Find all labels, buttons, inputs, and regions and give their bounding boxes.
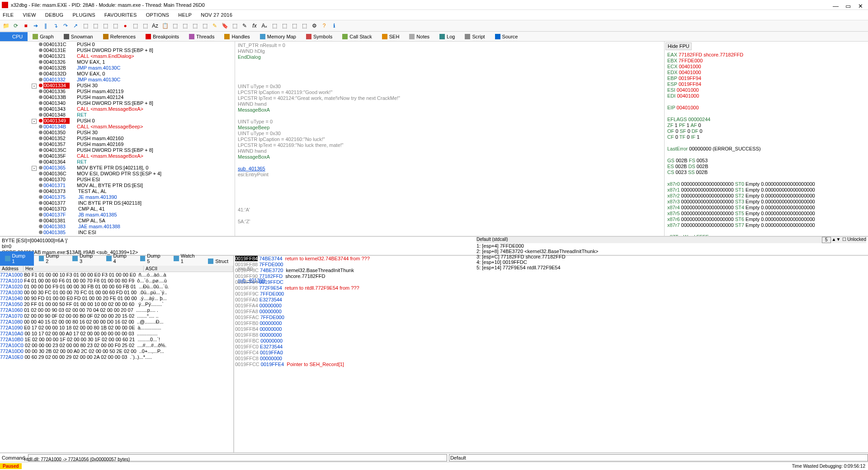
toolbar-icon[interactable]: ✎ bbox=[211, 22, 219, 30]
restart-icon[interactable]: ⟳ bbox=[12, 22, 20, 30]
toolbar-icon[interactable]: ✎ bbox=[241, 22, 249, 30]
menu-nov-27-2016[interactable]: NOV 27 2016 bbox=[201, 12, 232, 18]
stack-row[interactable]: 0019FFC0 E3273544 bbox=[235, 344, 868, 350]
disasm-row[interactable]: 00401383 JAE masm.401388 bbox=[0, 224, 235, 230]
disasm-row[interactable]: 0040137F JB masm.401385 bbox=[0, 212, 235, 218]
tab-cpu[interactable]: CPU bbox=[0, 32, 28, 41]
dump-row[interactable]: 772A1070 02 00 00 90 0F 02 00 00 B0 0F 0… bbox=[0, 313, 233, 319]
col-address[interactable]: Address bbox=[0, 266, 24, 272]
stack-row[interactable]: 0019FFB4 00000000 bbox=[235, 326, 868, 332]
toolbar-icon[interactable]: ● bbox=[121, 22, 129, 30]
stack-row[interactable]: 0019FF94 0019FFDC bbox=[235, 279, 868, 285]
dump-row[interactable]: 772A10D0 00 00 30 2B 02 00 00 A0 2C 02 0… bbox=[0, 348, 233, 354]
stack-row[interactable]: 0019FFBC 00000000 bbox=[235, 338, 868, 344]
disasm-row[interactable]: 00401381 CMP AL, 5A bbox=[0, 218, 235, 224]
disasm-row[interactable]: 0040131E PUSH DWORD PTR SS:[EBP + 8] bbox=[0, 47, 235, 53]
disasm-row[interactable]: 0040131C PUSH 0 bbox=[0, 42, 235, 47]
close-button[interactable]: ✕ bbox=[858, 3, 863, 7]
dump-row[interactable]: 772A1010 F4 01 00 00 60 F6 01 00 00 70 F… bbox=[0, 278, 233, 284]
stop-icon[interactable]: ■ bbox=[22, 22, 30, 30]
info-icon[interactable]: ℹ bbox=[330, 22, 338, 30]
disassembly-view[interactable]: 0040131C PUSH 00040131E PUSH DWORD PTR S… bbox=[0, 42, 235, 236]
stack-row[interactable]: 0019FF9C 7FFDE000 bbox=[235, 291, 868, 297]
run-icon[interactable]: ➔ bbox=[32, 22, 40, 30]
fx-icon[interactable]: fx bbox=[250, 22, 259, 30]
disasm-row[interactable]: 0040135C PUSH DWORD PTR SS:[EBP + 8] bbox=[0, 147, 235, 153]
menu-favourites[interactable]: FAVOURITES bbox=[104, 12, 137, 18]
stack-row[interactable]: 0019FFC8 00000000 bbox=[235, 356, 868, 362]
stack-row[interactable]: 0019FFCC 0019FFE4 Pointer to SEH_Record[… bbox=[235, 362, 868, 367]
stack-row[interactable]: 0019FFB8 00000000 bbox=[235, 332, 868, 338]
settings-icon[interactable]: ⚙ bbox=[310, 22, 318, 30]
hide-fpu-button[interactable]: Hide FPU bbox=[665, 42, 692, 50]
stack-row[interactable]: 0019FF8C 74BE3720 kernel32.BaseThreadIni… bbox=[235, 268, 868, 273]
calling-convention[interactable]: Default (stdcall) bbox=[476, 237, 822, 243]
toolbar-icon[interactable]: ⬚ bbox=[280, 22, 288, 30]
toolbar-icon[interactable]: ⬚ bbox=[191, 22, 199, 30]
toolbar-icon[interactable]: ⬚ bbox=[231, 22, 239, 30]
stack-row[interactable]: 0019FF84 74BE3744 return to kernel32.74B… bbox=[235, 256, 868, 262]
tab-snowman[interactable]: Snowman bbox=[59, 32, 98, 41]
tab-handles[interactable]: Handles bbox=[219, 32, 255, 41]
tab-script[interactable]: Script bbox=[460, 32, 490, 41]
stack-row[interactable]: 0019FF90 77182FFD shcore.77182FFD bbox=[235, 273, 868, 279]
disasm-row[interactable]: 00401348 RET bbox=[0, 112, 235, 118]
toolbar-icon[interactable]: ⬚ bbox=[111, 22, 119, 30]
dump-row[interactable]: 772A1020 01 00 00 D0 F9 01 00 00 30 FB 0… bbox=[0, 284, 233, 290]
stack-row[interactable]: 0019FF98 772F9E54 return to ntdll.772F9E… bbox=[235, 285, 868, 291]
pause-icon[interactable]: ‖ bbox=[42, 22, 50, 30]
tab-graph[interactable]: Graph bbox=[28, 32, 59, 41]
menu-plugins[interactable]: PLUGINS bbox=[72, 12, 95, 18]
menu-view[interactable]: VIEW bbox=[23, 12, 36, 18]
dump-row[interactable]: 772A1040 00 90 FD 01 00 00 E0 FD 01 00 0… bbox=[0, 296, 233, 301]
toolbar-icon[interactable]: Aₓ bbox=[260, 22, 269, 30]
tab-log[interactable]: Log bbox=[434, 32, 460, 41]
disasm-row[interactable]: 00401377 INC BYTE PTR DS:[402118] bbox=[0, 200, 235, 206]
dump-row[interactable]: 772A1080 00 00 40 15 02 00 00 80 16 02 0… bbox=[0, 319, 233, 325]
tab-breakpoints[interactable]: Breakpoints bbox=[141, 32, 184, 41]
disasm-row[interactable]: -00401349 PUSH 0 bbox=[0, 118, 235, 124]
dump-row[interactable]: 772A10A0 00 10 17 02 00 00 A0 17 02 00 0… bbox=[0, 331, 233, 337]
dump-tab-4[interactable]: Dump 5 bbox=[135, 251, 169, 266]
disasm-row[interactable]: 00401336 PUSH masm.402119 bbox=[0, 89, 235, 94]
disasm-row[interactable]: -00401365 MOV BYTE PTR DS:[402118], 0 bbox=[0, 165, 235, 171]
stepout-icon[interactable]: ↗ bbox=[71, 22, 80, 30]
disasm-row[interactable]: 00401321 CALL <masm.EndDialog> bbox=[0, 53, 235, 59]
toolbar-icon[interactable]: 📋 bbox=[161, 22, 169, 30]
stack-row[interactable]: 0019FFA8 00000000 bbox=[235, 309, 868, 315]
disasm-row[interactable]: 00401364 RET bbox=[0, 159, 235, 165]
dump-tab-5[interactable]: Watch 1 bbox=[169, 251, 203, 266]
tab-call-stack[interactable]: Call Stack bbox=[337, 32, 377, 41]
toolbar-icon[interactable]: ⬚ bbox=[171, 22, 179, 30]
stepover-icon[interactable]: ↷ bbox=[61, 22, 70, 30]
arg-count[interactable]: 5 bbox=[822, 237, 831, 243]
tab-symbols[interactable]: Symbols bbox=[301, 32, 337, 41]
stepinto-icon[interactable]: ↴ bbox=[52, 22, 60, 30]
toolbar-icon[interactable]: ⬚ bbox=[270, 22, 278, 30]
toolbar-icon[interactable]: ⬚ bbox=[81, 22, 90, 30]
disasm-row[interactable]: 00401386 JMP masm.401371 bbox=[0, 235, 235, 236]
disasm-row[interactable]: -00401334 PUSH 30 bbox=[0, 83, 235, 89]
disasm-row[interactable]: 0040132B JMP masm.40130C bbox=[0, 65, 235, 71]
toolbar-icon[interactable]: ⬚ bbox=[141, 22, 149, 30]
stack-row[interactable]: 0019FFB0 00000000 bbox=[235, 320, 868, 326]
tab-source[interactable]: Source bbox=[490, 32, 523, 41]
dump-body[interactable]: 772A1000 B0 F1 01 00 00 10 F3 01 00 00 E… bbox=[0, 272, 233, 452]
disasm-row[interactable]: 00401332 JMP masm.40130C bbox=[0, 77, 235, 83]
dump-row[interactable]: 772A1000 B0 F1 01 00 00 10 F3 01 00 00 E… bbox=[0, 272, 233, 278]
menu-options[interactable]: OPTIONS bbox=[146, 12, 170, 18]
toolbar-icon[interactable]: Az bbox=[151, 22, 159, 30]
dump-tab-0[interactable]: Dump 1 bbox=[0, 251, 34, 266]
menu-debug[interactable]: DEBUG bbox=[45, 12, 64, 18]
tab-threads[interactable]: Threads bbox=[184, 32, 219, 41]
folder-icon[interactable]: 📁 bbox=[2, 22, 10, 30]
disasm-row[interactable]: 00401340 PUSH DWORD PTR SS:[EBP + 8] bbox=[0, 100, 235, 106]
registers-view[interactable]: Hide FPU EAX 77182FFD shcore.77182FFDEBX… bbox=[665, 42, 868, 236]
disasm-row[interactable]: 00401350 PUSH 30 bbox=[0, 130, 235, 136]
dump-row[interactable]: 772A1030 00 00 30 FC 01 00 00 70 FC 01 0… bbox=[0, 290, 233, 296]
toolbar-icon[interactable]: ⬚ bbox=[290, 22, 298, 30]
stack-row[interactable]: 0019FF88 7FFDE000 bbox=[235, 262, 868, 268]
dump-tab-1[interactable]: Dump 2 bbox=[34, 251, 68, 266]
dump-row[interactable]: 772A10E0 00 60 29 02 00 00 29 02 00 00 2… bbox=[0, 354, 233, 360]
disasm-row[interactable]: 00401352 PUSH masm.402160 bbox=[0, 136, 235, 141]
